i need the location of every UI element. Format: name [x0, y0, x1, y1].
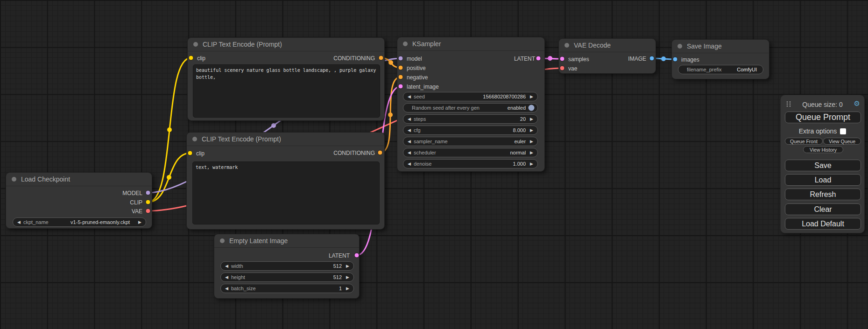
node-title: Empty Latent Image: [229, 237, 288, 245]
increment-arrow-icon[interactable]: ▶: [138, 217, 141, 227]
widget-steps[interactable]: ◀ steps 20 ▶: [403, 114, 538, 124]
widget-sampler-name[interactable]: ◀ sampler_name euler ▶: [403, 137, 538, 146]
decrement-arrow-icon[interactable]: ◀: [408, 137, 411, 146]
widget-label: sampler_name: [414, 139, 448, 144]
decrement-arrow-icon[interactable]: ◀: [225, 284, 228, 293]
widget-filename-prefix[interactable]: filename_prefix ComfyUI: [678, 65, 763, 74]
widget-value: 8.000: [513, 127, 526, 133]
widget-label: ckpt_name: [23, 219, 49, 225]
node-title-bar[interactable]: Save Image: [672, 40, 769, 53]
node-title-bar[interactable]: Empty Latent Image: [214, 234, 359, 248]
widget-value: 156680208700286: [483, 94, 526, 99]
load-button[interactable]: Load: [785, 174, 861, 186]
widget-width[interactable]: ◀ width 512 ▶: [220, 261, 354, 271]
widget-label: scheduler: [414, 150, 436, 155]
clear-button[interactable]: Clear: [785, 203, 861, 215]
decrement-arrow-icon[interactable]: ◀: [408, 159, 411, 168]
node-title: CLIP Text Encode (Prompt): [202, 135, 281, 143]
node-title-bar[interactable]: CLIP Text Encode (Prompt): [188, 38, 384, 51]
input-slot-clip: clip: [197, 54, 205, 63]
widget-value: 512: [333, 274, 342, 280]
widget-height[interactable]: ◀ height 512 ▶: [220, 273, 354, 282]
wire-middot: [271, 123, 276, 128]
output-slot-vae: VAE: [132, 207, 142, 216]
node-title-bar[interactable]: VAE Decode: [559, 39, 656, 52]
output-slot-image: IMAGE: [628, 54, 646, 63]
node-graph-canvas[interactable]: Load Checkpoint MODEL CLIP VAE ◀ ckpt_na…: [0, 0, 868, 329]
widget-label: height: [231, 274, 245, 280]
widget-random-seed-toggle[interactable]: Random seed after every gen enabled: [403, 103, 538, 112]
increment-arrow-icon[interactable]: ▶: [346, 273, 349, 282]
collapse-dot-icon[interactable]: [12, 177, 16, 182]
view-queue-button[interactable]: View Queue: [823, 138, 861, 145]
collapse-dot-icon[interactable]: [193, 42, 198, 47]
node-clip-text-encode-positive[interactable]: CLIP Text Encode (Prompt) clip CONDITION…: [187, 37, 385, 121]
refresh-button[interactable]: Refresh: [785, 189, 861, 200]
load-default-button[interactable]: Load Default: [785, 218, 861, 230]
decrement-arrow-icon[interactable]: ◀: [408, 126, 411, 135]
view-history-button[interactable]: View History: [803, 146, 843, 153]
gear-icon[interactable]: ⚙: [854, 99, 860, 108]
toggle-enabled-icon[interactable]: [528, 105, 535, 111]
node-save-image[interactable]: Save Image images filename_prefix ComfyU…: [671, 39, 769, 79]
decrement-arrow-icon[interactable]: ◀: [408, 92, 411, 101]
node-clip-text-encode-negative[interactable]: CLIP Text Encode (Prompt) clip CONDITION…: [186, 132, 385, 230]
decrement-arrow-icon[interactable]: ◀: [225, 273, 228, 282]
collapse-dot-icon[interactable]: [192, 137, 197, 141]
output-slot-conditioning: CONDITIONING: [333, 54, 375, 63]
widget-label: steps: [414, 116, 426, 122]
save-button[interactable]: Save: [785, 160, 861, 171]
output-slot-clip: CLIP: [130, 198, 142, 207]
input-slot-model: model: [407, 54, 422, 63]
widget-cfg[interactable]: ◀ cfg 8.000 ▶: [403, 126, 538, 135]
node-title-bar[interactable]: CLIP Text Encode (Prompt): [187, 133, 384, 146]
node-load-checkpoint[interactable]: Load Checkpoint MODEL CLIP VAE ◀ ckpt_na…: [6, 172, 152, 229]
wire-clip-to-negative-prompt: [148, 153, 190, 202]
input-slot-clip: clip: [196, 149, 205, 158]
widget-value: 1.000: [513, 161, 526, 167]
decrement-arrow-icon[interactable]: ◀: [17, 217, 21, 227]
widget-denoise[interactable]: ◀ denoise 1.000 ▶: [403, 159, 538, 168]
collapse-dot-icon[interactable]: [677, 44, 682, 49]
node-title-bar[interactable]: Load Checkpoint: [6, 173, 152, 186]
output-slot-latent: LATENT: [329, 251, 350, 260]
node-title: Save Image: [687, 42, 722, 50]
increment-arrow-icon[interactable]: ▶: [346, 261, 349, 271]
widget-value: 512: [333, 263, 342, 269]
decrement-arrow-icon[interactable]: ◀: [408, 114, 411, 124]
widget-scheduler[interactable]: ◀ scheduler normal ▶: [403, 148, 538, 157]
decrement-arrow-icon[interactable]: ◀: [408, 148, 411, 157]
input-slot-vae: vae: [568, 64, 577, 73]
queue-prompt-button[interactable]: Queue Prompt: [785, 112, 861, 123]
positive-prompt-textarea[interactable]: beautiful scenery nature glass bottle la…: [193, 64, 380, 118]
extra-options-label: Extra options: [799, 127, 837, 135]
node-vae-decode[interactable]: VAE Decode samples vae IMAGE: [558, 38, 656, 74]
negative-prompt-textarea[interactable]: text, watermark: [192, 161, 380, 224]
widget-ckpt-name[interactable]: ◀ ckpt_name v1-5-pruned-emaonly.ckpt ▶: [13, 217, 146, 227]
widget-value: enabled: [508, 105, 526, 111]
increment-arrow-icon[interactable]: ▶: [530, 159, 533, 168]
widget-batch-size[interactable]: ◀ batch_size 1 ▶: [220, 284, 354, 293]
increment-arrow-icon[interactable]: ▶: [530, 137, 533, 146]
widget-seed[interactable]: ◀ seed 156680208700286 ▶: [403, 92, 538, 101]
increment-arrow-icon[interactable]: ▶: [530, 148, 533, 157]
node-title-bar[interactable]: KSampler: [397, 37, 544, 51]
collapse-dot-icon[interactable]: [220, 238, 225, 243]
increment-arrow-icon[interactable]: ▶: [530, 114, 533, 124]
queue-front-button[interactable]: Queue Front: [785, 138, 823, 145]
wire-middot: [548, 56, 552, 61]
widget-value: normal: [510, 150, 526, 155]
output-slot-conditioning: CONDITIONING: [333, 148, 375, 158]
increment-arrow-icon[interactable]: ▶: [530, 92, 533, 101]
increment-arrow-icon[interactable]: ▶: [346, 284, 349, 293]
widget-label: batch_size: [231, 286, 256, 291]
queue-panel[interactable]: Queue size: 0 ⚙ Queue Prompt Extra optio…: [780, 95, 865, 233]
decrement-arrow-icon[interactable]: ◀: [225, 261, 228, 271]
increment-arrow-icon[interactable]: ▶: [530, 126, 533, 135]
node-ksampler[interactable]: KSampler model positive negative latent_…: [397, 37, 545, 172]
node-empty-latent-image[interactable]: Empty Latent Image LATENT ◀ width 512 ▶ …: [214, 234, 360, 299]
extra-options-checkbox[interactable]: [840, 128, 846, 134]
collapse-dot-icon[interactable]: [403, 42, 408, 46]
collapse-dot-icon[interactable]: [565, 43, 569, 48]
input-slot-samples: samples: [568, 55, 589, 64]
